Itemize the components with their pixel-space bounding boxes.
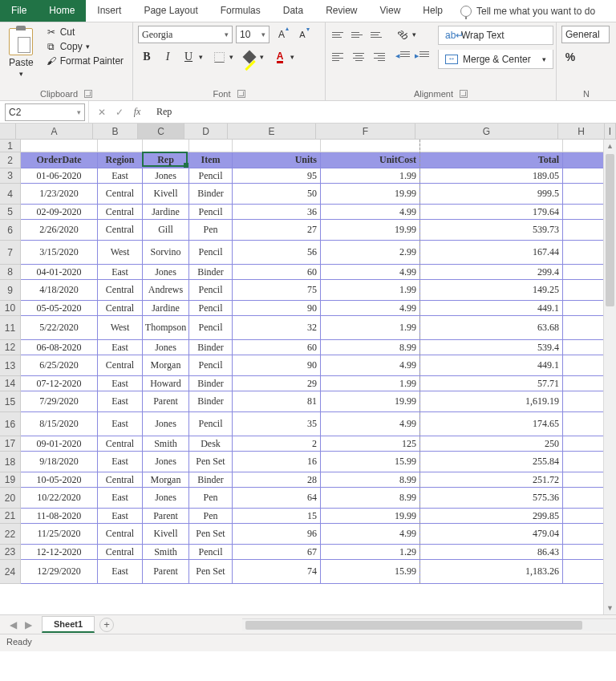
cell-B14[interactable]: East [98, 376, 143, 391]
row-header-15[interactable]: 15 [0, 391, 21, 412]
scroll-thumb[interactable] [245, 621, 582, 630]
formula-input[interactable]: Rep [150, 106, 616, 118]
bold-button[interactable]: B [138, 48, 156, 66]
row-header-14[interactable]: 14 [0, 376, 21, 391]
cell-D15[interactable]: Binder [189, 391, 233, 412]
cell-C9[interactable]: Andrews [143, 280, 189, 301]
cell-A1[interactable] [21, 140, 98, 152]
cell-C22[interactable]: Kivell [143, 524, 189, 545]
cell-C8[interactable]: Jones [143, 265, 189, 280]
borders-button[interactable]: ▾ [210, 48, 228, 66]
increase-indent-button[interactable] [414, 48, 432, 66]
sheet-tab-sheet1[interactable]: Sheet1 [42, 616, 95, 633]
cut-button[interactable]: ✂Cut [43, 26, 127, 39]
dialog-launcher-icon[interactable] [460, 90, 468, 98]
cell-G8[interactable]: 299.4 [420, 265, 563, 280]
font-name-combo[interactable]: Georgia▾ [138, 26, 233, 43]
cell-A11[interactable]: 5/22/2020 [21, 316, 98, 340]
cell-E20[interactable]: 64 [233, 488, 321, 509]
cell-D21[interactable]: Pen [189, 509, 233, 524]
tab-page-layout[interactable]: Page Layout [132, 0, 209, 22]
column-header-F[interactable]: F [316, 124, 415, 139]
cell-F18[interactable]: 15.99 [321, 452, 420, 472]
cell-E2[interactable]: Units [233, 152, 321, 168]
cell-B4[interactable]: Central [98, 184, 143, 205]
name-box[interactable]: C2▾ [5, 103, 85, 121]
cell-D24[interactable]: Pen Set [189, 560, 233, 584]
cell-E3[interactable]: 95 [233, 168, 321, 184]
cell-D22[interactable]: Pen Set [189, 524, 233, 545]
cell-C24[interactable]: Parent [143, 560, 189, 584]
italic-button[interactable]: I [159, 48, 176, 66]
cell-A22[interactable]: 11/25/2020 [21, 524, 98, 545]
select-all-corner[interactable] [0, 124, 16, 139]
cell-G10[interactable]: 449.1 [420, 301, 563, 316]
cell-F17[interactable]: 125 [321, 436, 420, 452]
cell-C3[interactable]: Jones [143, 168, 189, 184]
new-sheet-button[interactable]: + [99, 618, 114, 632]
cancel-formula-button[interactable]: ✕ [94, 104, 110, 120]
cell-F6[interactable]: 19.99 [321, 220, 420, 241]
cell-A23[interactable]: 12-12-2020 [21, 545, 98, 560]
cell-F15[interactable]: 19.99 [321, 391, 420, 412]
column-header-C[interactable]: C [138, 124, 184, 139]
cell-A13[interactable]: 6/25/2020 [21, 355, 98, 376]
cell-D12[interactable]: Binder [189, 340, 233, 355]
cell-G18[interactable]: 255.84 [420, 452, 563, 472]
cell-D20[interactable]: Pen [189, 488, 233, 509]
cell-B21[interactable]: East [98, 509, 143, 524]
cell-B16[interactable]: East [98, 412, 143, 436]
cell-E13[interactable]: 90 [233, 355, 321, 376]
cell-B11[interactable]: West [98, 316, 143, 340]
cell-F23[interactable]: 1.29 [321, 545, 420, 560]
font-color-button[interactable]: A▾ [271, 48, 289, 66]
row-header-2[interactable]: 2 [0, 152, 21, 168]
cell-F20[interactable]: 8.99 [321, 488, 420, 509]
cell-D17[interactable]: Desk [189, 436, 233, 452]
cell-D5[interactable]: Pencil [189, 205, 233, 220]
cell-C23[interactable]: Smith [143, 545, 189, 560]
cell-F11[interactable]: 1.99 [321, 316, 420, 340]
row-header-9[interactable]: 9 [0, 280, 21, 301]
align-top-button[interactable] [330, 26, 348, 43]
row-header-10[interactable]: 10 [0, 301, 21, 316]
horizontal-scrollbar[interactable] [242, 618, 616, 631]
cell-E23[interactable]: 67 [233, 545, 321, 560]
cell-B18[interactable]: East [98, 452, 143, 472]
cell-F12[interactable]: 8.99 [321, 340, 420, 355]
cell-F9[interactable]: 1.99 [321, 280, 420, 301]
cell-G15[interactable]: 1,619.19 [420, 391, 563, 412]
tell-me-search[interactable]: Tell me what you want to do [460, 0, 595, 22]
cell-D16[interactable]: Pencil [189, 412, 233, 436]
cell-C14[interactable]: Howard [143, 376, 189, 391]
cell-C6[interactable]: Gill [143, 220, 189, 241]
cell-G1[interactable] [420, 140, 563, 152]
cell-A6[interactable]: 2/26/2020 [21, 220, 98, 241]
cell-E19[interactable]: 28 [233, 472, 321, 488]
cell-C4[interactable]: Kivell [143, 184, 189, 205]
cell-E12[interactable]: 60 [233, 340, 321, 355]
cell-C1[interactable] [143, 140, 189, 152]
column-header-G[interactable]: G [415, 124, 558, 139]
cell-G12[interactable]: 539.4 [420, 340, 563, 355]
cell-B10[interactable]: Central [98, 301, 143, 316]
cell-B20[interactable]: East [98, 488, 143, 509]
cell-E4[interactable]: 50 [233, 184, 321, 205]
cell-D14[interactable]: Binder [189, 376, 233, 391]
font-size-combo[interactable]: 10▾ [236, 26, 270, 43]
row-header-13[interactable]: 13 [0, 355, 21, 376]
column-header-H[interactable]: H [558, 124, 605, 139]
cell-E22[interactable]: 96 [233, 524, 321, 545]
cell-D13[interactable]: Pencil [189, 355, 233, 376]
cell-A7[interactable]: 3/15/2020 [21, 241, 98, 265]
cell-B13[interactable]: Central [98, 355, 143, 376]
paste-button[interactable]: Paste ▾ [5, 26, 38, 80]
cell-D23[interactable]: Pencil [189, 545, 233, 560]
sheet-prev-button[interactable]: ◀ [10, 619, 17, 630]
merge-center-button[interactable]: Merge & Center▾ [438, 50, 553, 69]
cell-A17[interactable]: 09-01-2020 [21, 436, 98, 452]
cell-C2[interactable]: Rep [143, 152, 189, 168]
cell-E5[interactable]: 36 [233, 205, 321, 220]
number-format-combo[interactable]: General [561, 26, 610, 43]
row-header-20[interactable]: 20 [0, 488, 21, 509]
